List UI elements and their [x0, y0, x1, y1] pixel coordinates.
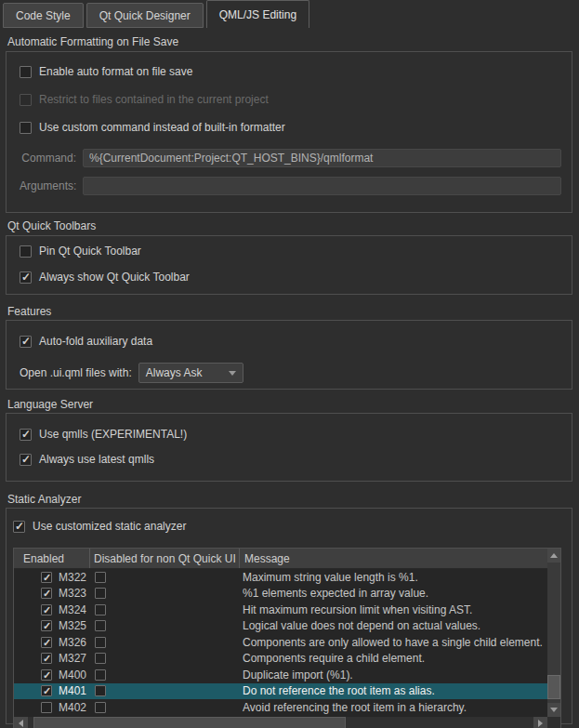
restrict-files-label: Restrict to files contained in the curre…: [39, 93, 269, 106]
autofold-checkbox[interactable]: [20, 336, 32, 348]
rule-disabled-nonqtquick-checkbox[interactable]: [95, 637, 106, 648]
rule-id: M402: [59, 701, 86, 714]
section-language-server: Language Server Use qmlls (EXPERIMENTAL!…: [0, 398, 579, 482]
rule-message: Hit maximum recursion limit when visitin…: [243, 603, 472, 616]
analyzer-rule-row[interactable]: M322 Maximum string value length is %1.: [14, 569, 547, 586]
use-custom-analyzer-checkbox[interactable]: [13, 521, 25, 533]
command-input: [83, 149, 561, 167]
arrow-left-icon: [19, 720, 23, 727]
scroll-down-button[interactable]: [547, 703, 560, 717]
use-qmlls-checkbox[interactable]: [20, 429, 32, 441]
enable-autoformat-row[interactable]: Enable auto format on file save: [20, 65, 561, 78]
pin-toolbar-row[interactable]: Pin Qt Quick Toolbar: [20, 245, 561, 258]
rule-message: Components require a child element.: [243, 652, 425, 665]
arrow-up-icon: [550, 553, 558, 558]
analyzer-rule-row[interactable]: M402 Avoid referencing the root item in …: [14, 699, 547, 716]
analyzer-rule-row[interactable]: M400 Duplicate import (%1).: [14, 667, 547, 683]
pin-toolbar-checkbox[interactable]: [20, 245, 32, 258]
analyzer-rule-row[interactable]: M325 Logical value does not depend on ac…: [14, 618, 547, 635]
restrict-files-row: Restrict to files contained in the curre…: [20, 93, 561, 106]
enable-autoformat-checkbox[interactable]: [20, 66, 32, 78]
analyzer-rows: M322 Maximum string value length is %1. …: [14, 569, 547, 717]
rule-id: M322: [59, 571, 86, 584]
use-custom-analyzer-row[interactable]: Use customized static analyzer: [13, 520, 561, 533]
rule-id: M326: [59, 636, 86, 649]
restrict-files-checkbox: [20, 94, 32, 106]
horizontal-scrollbar[interactable]: [14, 717, 547, 728]
analyzer-rules-table: Enabled Disabled for non Qt Quick UI Mes…: [13, 548, 561, 728]
command-row: Command:: [20, 149, 561, 167]
scrollbar-corner: [547, 717, 560, 728]
column-header-disabled-non-qt-quick[interactable]: Disabled for non Qt Quick UI: [90, 549, 240, 568]
latest-qmlls-label[interactable]: Always use latest qmlls: [39, 453, 154, 466]
latest-qmlls-checkbox[interactable]: [20, 454, 32, 466]
enable-autoformat-label[interactable]: Enable auto format on file save: [39, 65, 192, 78]
rule-disabled-nonqtquick-checkbox[interactable]: [95, 685, 106, 696]
always-show-toolbar-row[interactable]: Always show Qt Quick Toolbar: [20, 271, 561, 284]
open-uiqml-selected-value: Always Ask: [146, 366, 229, 379]
use-custom-analyzer-label[interactable]: Use customized static analyzer: [33, 520, 186, 533]
rule-message: Do not reference the root item as alias.: [243, 684, 435, 697]
vertical-scrollbar[interactable]: [547, 549, 560, 717]
custom-command-checkbox[interactable]: [20, 122, 32, 134]
rule-enabled-checkbox[interactable]: [41, 620, 52, 631]
rule-disabled-nonqtquick-checkbox[interactable]: [95, 604, 106, 615]
rule-message: Components are only allowed to have a si…: [243, 636, 543, 649]
section-title-auto-format: Automatic Formatting on File Save: [7, 35, 579, 48]
autofold-row[interactable]: Auto-fold auxiliary data: [20, 335, 561, 348]
custom-command-row[interactable]: Use custom command instead of built-in f…: [20, 121, 561, 134]
section-title-toolbars: Qt Quick Toolbars: [7, 219, 579, 232]
rule-enabled-checkbox[interactable]: [41, 669, 52, 681]
use-qmlls-label[interactable]: Use qmlls (EXPERIMENTAL!): [39, 428, 187, 441]
vertical-scrollbar-thumb[interactable]: [547, 675, 560, 699]
section-title-language-server: Language Server: [7, 398, 579, 411]
column-header-message[interactable]: Message: [240, 549, 547, 568]
rule-disabled-nonqtquick-checkbox[interactable]: [95, 669, 106, 681]
tab-qml-js-editing[interactable]: QML/JS Editing: [206, 0, 309, 28]
rule-disabled-nonqtquick-checkbox[interactable]: [95, 653, 106, 664]
rule-enabled-checkbox[interactable]: [41, 572, 52, 583]
rule-disabled-nonqtquick-checkbox[interactable]: [95, 588, 106, 599]
rule-disabled-nonqtquick-checkbox[interactable]: [95, 702, 106, 713]
always-show-toolbar-label[interactable]: Always show Qt Quick Toolbar: [39, 271, 190, 284]
autofold-label[interactable]: Auto-fold auxiliary data: [39, 335, 152, 348]
scroll-left-button[interactable]: [14, 717, 28, 728]
latest-qmlls-row[interactable]: Always use latest qmlls: [20, 453, 561, 466]
analyzer-rule-row[interactable]: M326 Components are only allowed to have…: [14, 634, 547, 651]
rule-enabled-checkbox[interactable]: [41, 604, 52, 615]
rule-id: M400: [59, 668, 86, 682]
analyzer-rule-row[interactable]: M324 Hit maximum recursion limit when vi…: [14, 602, 547, 618]
use-qmlls-row[interactable]: Use qmlls (EXPERIMENTAL!): [20, 428, 561, 441]
open-uiqml-select[interactable]: Always Ask: [138, 363, 243, 383]
arrow-down-icon: [550, 708, 558, 712]
rule-id: M327: [59, 652, 86, 665]
analyzer-rule-row[interactable]: M401 Do not reference the root item as a…: [14, 683, 547, 700]
rule-enabled-checkbox[interactable]: [41, 702, 52, 713]
command-label: Command:: [20, 152, 83, 165]
custom-command-label[interactable]: Use custom command instead of built-in f…: [39, 121, 285, 134]
horizontal-scrollbar-thumb[interactable]: [33, 717, 346, 728]
rule-id: M323: [59, 587, 86, 600]
rule-enabled-checkbox[interactable]: [41, 685, 52, 696]
horizontal-scrollbar-track[interactable]: [28, 717, 533, 728]
analyzer-rule-row[interactable]: M327 Components require a child element.: [14, 651, 547, 668]
vertical-scrollbar-track[interactable]: [547, 563, 560, 703]
rule-enabled-checkbox[interactable]: [41, 637, 52, 648]
always-show-toolbar-checkbox[interactable]: [20, 271, 32, 284]
rule-enabled-checkbox[interactable]: [41, 653, 52, 664]
rule-message: %1 elements expected in array value.: [243, 587, 428, 600]
scroll-right-button[interactable]: [533, 717, 547, 728]
rule-id: M325: [59, 619, 86, 632]
rule-disabled-nonqtquick-checkbox[interactable]: [95, 572, 106, 583]
arguments-label: Arguments:: [20, 179, 83, 192]
rule-message: Duplicate import (%1).: [243, 668, 353, 682]
column-header-enabled[interactable]: Enabled: [14, 549, 90, 568]
rule-disabled-nonqtquick-checkbox[interactable]: [95, 620, 106, 631]
tab-qt-quick-designer[interactable]: Qt Quick Designer: [86, 3, 204, 28]
pin-toolbar-label[interactable]: Pin Qt Quick Toolbar: [39, 245, 141, 258]
scroll-up-button[interactable]: [547, 549, 560, 563]
tab-code-style[interactable]: Code Style: [3, 3, 84, 28]
rule-enabled-checkbox[interactable]: [41, 588, 52, 599]
section-static-analyzer: Static Analyzer Use customized static an…: [0, 493, 579, 724]
analyzer-rule-row[interactable]: M323 %1 elements expected in array value…: [14, 586, 547, 602]
